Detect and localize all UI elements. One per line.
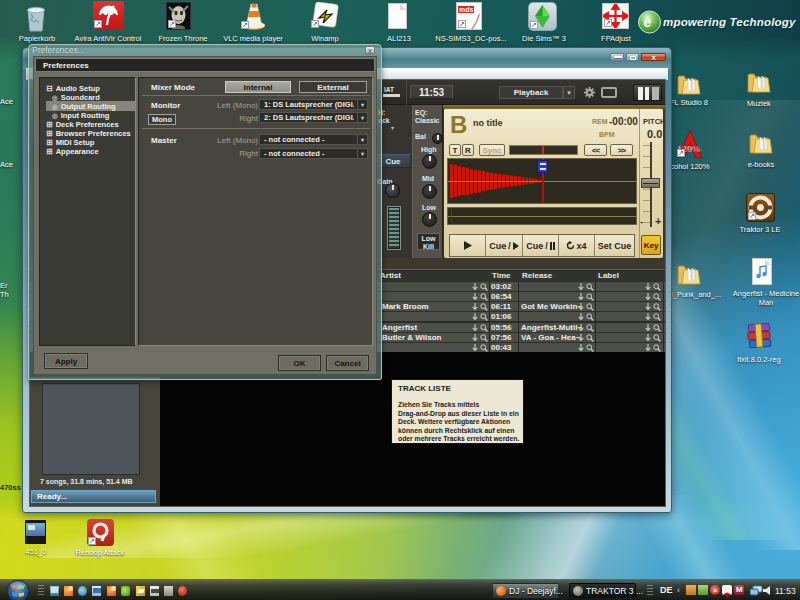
svg-text:e: e (644, 14, 652, 30)
